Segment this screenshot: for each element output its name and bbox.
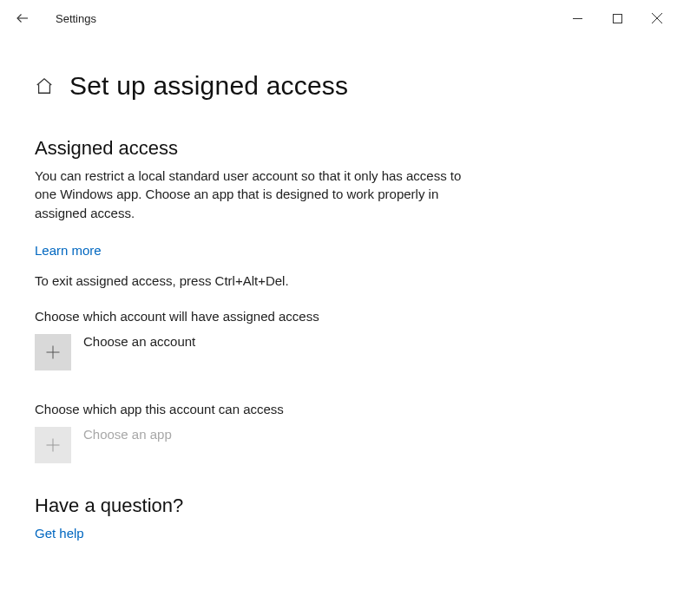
choose-app-row: Choose an app xyxy=(35,427,642,463)
choose-app-label: Choose an app xyxy=(83,427,172,442)
close-icon xyxy=(652,13,662,23)
choose-app-button xyxy=(35,427,71,463)
page-header: Set up assigned access xyxy=(35,71,642,101)
back-arrow-icon xyxy=(15,10,30,26)
page-title: Set up assigned access xyxy=(69,71,348,101)
get-help-link[interactable]: Get help xyxy=(35,526,84,541)
plus-icon xyxy=(44,344,62,361)
section-subtitle: Assigned access xyxy=(35,137,642,160)
window-controls xyxy=(557,0,677,36)
content-area: Set up assigned access Assigned access Y… xyxy=(0,36,677,616)
section-description: You can restrict a local standard user a… xyxy=(35,167,486,222)
minimize-button[interactable] xyxy=(557,0,597,36)
svg-rect-2 xyxy=(613,14,621,23)
learn-more-link[interactable]: Learn more xyxy=(35,243,102,258)
home-icon[interactable] xyxy=(35,76,54,95)
maximize-button[interactable] xyxy=(597,0,637,36)
titlebar: Settings xyxy=(0,0,677,36)
choose-app-prompt: Choose which app this account can access xyxy=(35,402,642,416)
app-title: Settings xyxy=(56,12,96,25)
maximize-icon xyxy=(613,14,622,23)
back-button[interactable] xyxy=(10,6,35,30)
settings-window: Settings xyxy=(0,0,677,616)
choose-account-label: Choose an account xyxy=(83,334,195,349)
titlebar-left: Settings xyxy=(10,6,96,30)
choose-account-row: Choose an account xyxy=(35,334,642,370)
plus-icon xyxy=(44,436,62,454)
exit-hint: To exit assigned access, press Ctrl+Alt+… xyxy=(35,273,642,288)
choose-account-prompt: Choose which account will have assigned … xyxy=(35,309,642,324)
have-a-question-title: Have a question? xyxy=(35,495,642,517)
choose-account-button[interactable] xyxy=(35,334,71,370)
close-button[interactable] xyxy=(637,0,677,36)
minimize-icon xyxy=(573,14,582,23)
